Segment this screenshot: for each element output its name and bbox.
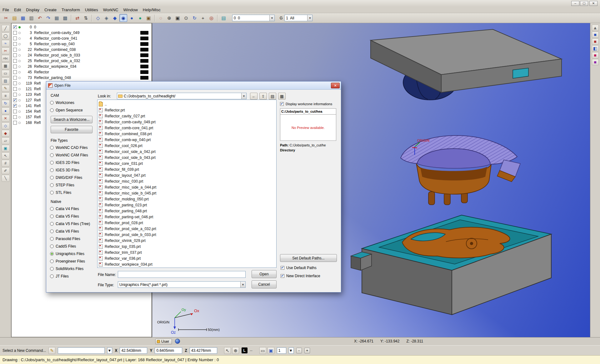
file-item[interactable]: Reflector_cool_side_a_042.prt [99, 149, 276, 155]
curve-tool-icon[interactable]: ≈ [2, 40, 10, 47]
pan-view-icon[interactable]: + [199, 14, 207, 22]
file-item[interactable]: Reflector_misc_side_a_044.prt [99, 184, 276, 190]
layer-visibility-checkbox[interactable] [13, 70, 17, 74]
layer-visibility-checkbox[interactable] [13, 115, 17, 119]
y-coordinate-field[interactable]: 0.6405mm [155, 347, 182, 354]
solid-tool-icon[interactable]: ◆ [2, 130, 10, 137]
undo-icon[interactable]: ↶ [36, 14, 44, 22]
chevron-down-icon[interactable]: ▼ [269, 15, 274, 21]
native-option-jt-files[interactable]: JT Files [50, 273, 95, 280]
cut-icon[interactable]: ✂ [2, 14, 10, 22]
menu-worknc[interactable]: WorkNC [101, 7, 121, 13]
zoom-dynamic-icon[interactable]: ⊕ [232, 347, 239, 354]
reflector-core-model[interactable]: ORIGIN [401, 135, 520, 205]
file-item[interactable]: Reflector_misc_030.prt [99, 178, 276, 184]
scroll-up-icon[interactable]: ▲ [592, 25, 599, 31]
native-option-unigraphics-files[interactable]: Unigraphics Files [50, 250, 95, 258]
layer-visibility-checkbox[interactable] [13, 87, 17, 91]
stamp-tool-icon[interactable]: ▣ [2, 145, 10, 152]
filetype-option-worknc-cad-files[interactable]: WorkNC CAD Files [50, 144, 95, 151]
sphere-blue-icon[interactable]: ● [128, 14, 136, 22]
pick-tool-icon[interactable]: ↖ [2, 152, 10, 159]
title-bar[interactable]: – ▢ ✕ [0, 0, 600, 7]
mold-block-model[interactable] [351, 215, 551, 315]
close-button[interactable]: ✕ [589, 1, 598, 6]
x-coordinate-field[interactable]: 42.5438mm [120, 347, 147, 354]
user-button[interactable]: User [155, 339, 172, 344]
maximize-button[interactable]: ▢ [580, 1, 588, 6]
circle-tool-icon[interactable]: ◯ [2, 32, 10, 39]
draft-tool-icon[interactable]: ✎ [2, 85, 10, 92]
layer-row[interactable]: 3Reflector_comb-cavity_049 [12, 30, 152, 36]
up-one-level-icon[interactable]: ⇧ [259, 93, 267, 100]
file-item[interactable]: Reflector_comb-core_041.prt [99, 125, 276, 131]
grid-icon[interactable]: ▦ [53, 14, 61, 22]
open-button[interactable]: Open [252, 270, 277, 278]
view-mode-red-icon[interactable]: ■ [592, 38, 599, 45]
hatch-tool-icon[interactable]: ▨ [2, 77, 10, 84]
native-option-catia-v5-files-tree[interactable]: Catia V5 Files (Tree) [50, 220, 95, 228]
zoom-window-icon[interactable]: ▣ [174, 14, 182, 22]
cancel-button[interactable]: Cancel [252, 280, 277, 288]
file-item[interactable]: Reflector_cool_026.prt [99, 143, 276, 149]
menu-create[interactable]: Create [42, 7, 59, 13]
chevron-down-icon[interactable]: ▼ [307, 15, 312, 21]
file-item[interactable]: Reflector_var_036.prt [99, 255, 276, 261]
view-shaded-icon[interactable]: ◆ [111, 14, 119, 22]
back-icon[interactable]: ← [250, 93, 258, 100]
box-tool-icon[interactable]: ◇ [2, 122, 10, 129]
layer-row[interactable]: 22Reflector_combined_038 [12, 47, 152, 52]
filetype-option-dwg-dxf-files[interactable]: DWG/DXF Files [50, 174, 95, 181]
layer-combo[interactable]: 0 0 ▼ [232, 15, 275, 21]
view-hidden-icon[interactable]: ◈ [102, 14, 110, 22]
measure-tool-icon[interactable]: ╲ [2, 175, 10, 182]
plane-tool-icon[interactable]: ▭ [2, 70, 10, 77]
filetype-option-iges-2d-files[interactable]: IGES 2D Files [50, 159, 95, 166]
file-item[interactable]: Reflector_combined_038.prt [99, 131, 276, 137]
view-number-combo-arrow[interactable]: ▼ [289, 347, 294, 354]
layer-row[interactable]: 24Reflector_prod_side_b_033 [12, 52, 152, 58]
group-combo[interactable]: 1 All ▼ [284, 15, 312, 21]
file-item[interactable]: Reflector_fill_039.prt [99, 166, 276, 172]
dialog-close-button[interactable]: ✕ [331, 83, 340, 88]
new-direct-interface-checkbox[interactable] [281, 274, 284, 278]
trim-tool-icon[interactable]: ✂ [2, 47, 10, 54]
menu-file[interactable]: File [0, 7, 12, 13]
chevron-down-icon[interactable]: ▼ [241, 93, 246, 99]
native-option-cadds-files[interactable]: CaddS Files [50, 243, 95, 250]
file-item[interactable]: Reflector_layout_047.prt [99, 172, 276, 178]
native-option-proengineer-files[interactable]: Proengineer Files [50, 258, 95, 265]
file-name-input[interactable] [118, 271, 246, 278]
text-tool-icon[interactable]: Abc [2, 55, 10, 62]
file-item[interactable]: Reflector_trim_037.prt [99, 249, 276, 255]
view-mode-dual-icon[interactable]: ◧ [592, 45, 599, 52]
transform-move-icon[interactable]: ⇅ [82, 14, 90, 22]
display-workzone-info-row[interactable]: Display workzone informations [280, 102, 332, 106]
print-icon[interactable]: ▥ [28, 14, 35, 22]
l-mode-badge[interactable]: L [242, 347, 248, 353]
zoom-in-icon[interactable]: ⊕ [165, 14, 173, 22]
workzone-sphere-icon[interactable] [175, 339, 180, 344]
file-item[interactable]: Reflector_prod_028.prt [99, 220, 276, 226]
offset-tool-icon[interactable]: ≡ [2, 92, 10, 99]
file-item[interactable]: Reflector_prod_side_a_032.prt [99, 226, 276, 232]
layer-visibility-checkbox[interactable] [13, 104, 17, 108]
file-item[interactable]: Reflector_core_031.prt [99, 160, 276, 166]
native-option-parasolid-files[interactable]: Parasolid Files [50, 235, 95, 243]
file-item[interactable]: Reflector_cool_side_b_043.prt [99, 155, 276, 160]
view-mode-crimson-icon[interactable]: ■ [592, 52, 599, 58]
layer-row[interactable]: 45Reflector [12, 69, 152, 75]
delete-tool-icon[interactable]: ✕ [2, 115, 10, 122]
native-option-catia-v6-files[interactable]: Catia V6 Files [50, 228, 95, 235]
layer-visibility-checkbox[interactable] [13, 53, 17, 57]
layer-visibility-checkbox[interactable] [13, 121, 17, 125]
file-list[interactable]: ..Reflector.prtReflector_cavity_027.prtR… [97, 100, 277, 268]
file-item[interactable]: Reflector_prod_side_b_033.prt [99, 232, 276, 238]
layout-tool-icon[interactable]: ▦ [2, 62, 10, 69]
new-direct-interface-row[interactable]: New Direct Interface [281, 274, 320, 278]
layer-visibility-checkbox[interactable] [13, 98, 17, 102]
file-item[interactable]: Reflector_comb-cavity_049.prt [99, 119, 276, 125]
file-item[interactable]: Reflector_top_035.prt [99, 243, 276, 249]
file-item[interactable]: Reflector_cavity_027.prt [99, 113, 276, 119]
set-default-paths-button[interactable]: Set Default Paths... [280, 254, 337, 262]
